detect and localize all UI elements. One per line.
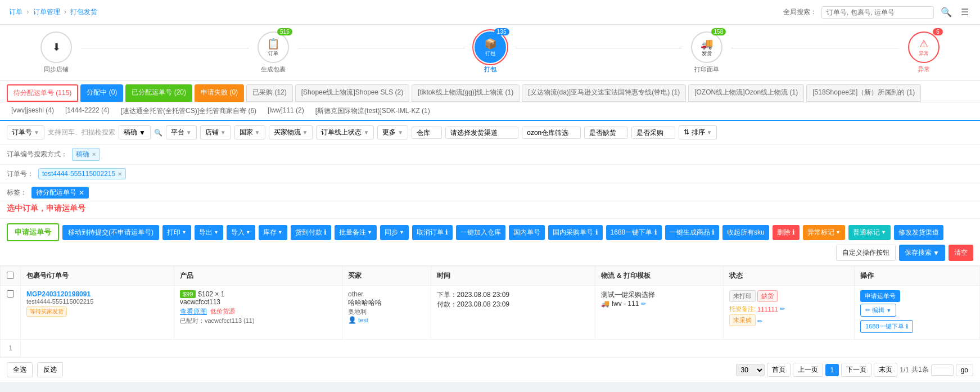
filter-store[interactable]: 店铺 ▼ xyxy=(200,125,231,139)
search-button[interactable]: 🔍 xyxy=(938,4,954,20)
row-operation-cell: 申请运单号 ✏ 编辑 ▼ 1688一键下单 ℹ xyxy=(855,286,980,340)
tab-distributed[interactable]: 已分配运单号 (20) xyxy=(125,84,192,102)
collect-sku-btn[interactable]: 收起所有sku xyxy=(722,225,769,240)
product-view-link[interactable]: 查看原图 xyxy=(180,307,207,317)
exception-mark-btn[interactable]: 异常标记 ▼ xyxy=(803,225,845,240)
exception-badge: 6 xyxy=(933,28,943,35)
last-page-btn[interactable]: 末页 xyxy=(874,363,897,377)
tab2-sdk[interactable]: [斯德克国际物流(test)]SDK-IML-KZ (1) xyxy=(311,105,435,118)
tab2-1444[interactable]: [1444-2222 (4) xyxy=(61,105,114,118)
buyer-account-name: test xyxy=(358,317,368,323)
inventory-btn[interactable]: 库存 ▼ xyxy=(259,225,287,240)
filter-warehouse[interactable]: 仓库 xyxy=(412,127,442,139)
prev-page-btn[interactable]: 上一页 xyxy=(793,363,823,377)
tab-518[interactable]: [518Shopee渠]（新）所属到的 (1) xyxy=(806,84,921,102)
tab-ozon[interactable]: [OZON线上物流]Ozon线上物流 (1) xyxy=(688,84,804,102)
pay-time: 付款：2023.08.08 23:09 xyxy=(437,300,590,309)
condition-accuracy-close[interactable]: ✕ xyxy=(92,151,96,157)
filter-ozon[interactable]: ozon仓库筛选 xyxy=(522,127,581,139)
breadcrumb-order[interactable]: 订单 xyxy=(9,8,22,16)
tab-distributing[interactable]: 分配中 (0) xyxy=(80,84,123,102)
op-edit-btn[interactable]: ✏ 编辑 ▼ xyxy=(860,304,896,317)
domestic-purchase-btn[interactable]: 国内采购单号 ℹ xyxy=(548,225,602,240)
page-go-btn[interactable]: go xyxy=(956,364,973,376)
search-icon-small[interactable]: 🔍 xyxy=(154,129,162,137)
logistics-edit-icon[interactable]: ✏ xyxy=(641,300,646,308)
save-search-btn[interactable]: 保存搜索 ▼ xyxy=(899,245,945,261)
sync-icon: ⬇ xyxy=(52,41,61,53)
select-all-checkbox[interactable] xyxy=(7,272,14,279)
step-order[interactable]: 516 📋 订单 生成包裹 xyxy=(251,31,296,74)
generate-product-btn[interactable]: 一键生成商品 ℹ xyxy=(665,225,719,240)
custom-ops-btn[interactable]: 自定义操作按钮 xyxy=(836,245,896,261)
current-page-btn[interactable]: 1 xyxy=(825,364,839,376)
clear-btn[interactable]: 清空 xyxy=(949,245,973,261)
order-no-close[interactable]: ✕ xyxy=(118,171,122,177)
filter-platform[interactable]: 平台 ▼ xyxy=(166,125,197,139)
tab-shopee-sls[interactable]: [Shopee线上物流]Shopee SLS (2) xyxy=(295,84,409,102)
select-all-btn[interactable]: 全选 xyxy=(7,362,33,377)
filter-buyer-logistics[interactable]: 买家物流 ▼ xyxy=(269,125,313,139)
deselect-btn[interactable]: 反选 xyxy=(37,362,63,377)
domestic-btn[interactable]: 国内单号 xyxy=(509,225,545,240)
accuracy-btn[interactable]: 稿确 ▼ xyxy=(119,125,151,139)
product-low-link[interactable]: 低价货源 xyxy=(210,307,235,317)
print-btn[interactable]: 打印 ▼ xyxy=(162,225,191,240)
modify-channel-btn[interactable]: 修改发货渠道 xyxy=(894,225,943,240)
step-ship-sublabel: 发货 xyxy=(702,50,712,57)
menu-button[interactable]: ☰ xyxy=(959,4,971,20)
filter-country[interactable]: 国家 ▼ xyxy=(234,125,265,139)
step-sync[interactable]: ⬇ 同步店铺 xyxy=(34,31,79,74)
batch-note-btn[interactable]: 批量备注 ▼ xyxy=(335,225,377,240)
note-value: 111111 xyxy=(757,306,778,313)
filter-purchase[interactable]: 是否采购 xyxy=(631,127,675,139)
note-edit-icon[interactable]: ✏ xyxy=(780,305,785,313)
tab-failed[interactable]: 申请失败 (0) xyxy=(195,84,244,102)
normal-mark-btn[interactable]: 普通标记 ▼ xyxy=(848,225,891,240)
step-ship[interactable]: 158 🚚 发货 打印面单 xyxy=(684,31,729,74)
step-exception[interactable]: 6 ⚠ 异常 异常 xyxy=(901,31,946,74)
tab2-lww[interactable]: [lww]111 (2) xyxy=(263,105,309,118)
next-page-btn[interactable]: 下一页 xyxy=(841,363,871,377)
condition-accuracy-tag[interactable]: 稿确 ✕ xyxy=(72,148,100,161)
cod-btn[interactable]: 货到付款 ℹ xyxy=(291,225,331,240)
step-order-sublabel: 订单 xyxy=(268,50,278,57)
step-pack[interactable]: 135 📦 打包 打包 xyxy=(468,31,513,74)
tag-close[interactable]: ✕ xyxy=(79,189,84,197)
filter-shortage[interactable]: 是否缺货 xyxy=(584,127,628,139)
sort-btn[interactable]: ⇅ 排序 ▼ xyxy=(679,125,717,139)
sync-btn[interactable]: 同步 ▼ xyxy=(380,225,409,240)
first-page-btn[interactable]: 首页 xyxy=(767,363,791,377)
tab2-jseshi[interactable]: [vwv]jseshi (4) xyxy=(7,105,58,118)
move-submit-btn[interactable]: 移动到待提交(不申请运单号) xyxy=(62,225,159,240)
col-checkbox xyxy=(1,267,21,286)
apply-tracking-btn[interactable]: 申请运单号 xyxy=(7,223,59,241)
scan-search-label: 支持回车、扫描枪搜索 xyxy=(48,128,115,137)
tab-yida[interactable]: [义达物流(da)]亚马逊义速宝法国特惠专线(带电) (1) xyxy=(522,84,686,102)
page-size-select[interactable]: 30 50 100 xyxy=(736,364,765,376)
top-nav: 订单 › 订单管理 › 打包发货 全局搜索： 🔍 ☰ xyxy=(0,0,980,25)
tab-purchased[interactable]: 已采购 (12) xyxy=(246,84,293,102)
op-apply-btn[interactable]: 申请运单号 xyxy=(860,290,900,302)
col-logistics: 物流 & 打印模板 xyxy=(595,267,724,286)
row-checkbox[interactable] xyxy=(7,290,14,298)
filter-more[interactable]: 更多 ▼ xyxy=(377,125,408,139)
add-warehouse-btn[interactable]: 一键加入仓库 xyxy=(456,225,505,240)
filter-ship-channel[interactable]: 请选择发货渠道 xyxy=(445,127,518,139)
page-jump-input[interactable] xyxy=(931,364,954,376)
breadcrumb-manage[interactable]: 订单管理 xyxy=(33,8,60,16)
tab-tiktok[interactable]: [tiktok线上物流(gg)]线上物流 (1) xyxy=(412,84,520,102)
1688-order-btn[interactable]: 1688一键下单 ℹ xyxy=(606,225,662,240)
import-btn[interactable]: 导入 ▼ xyxy=(227,225,255,240)
step-bar: ⬇ 同步店铺 516 📋 订单 生成包裹 135 📦 打包 打包 xyxy=(0,25,980,81)
tab-pending[interactable]: 待分配运单号 (115) xyxy=(7,84,78,102)
filter-order-status[interactable]: 订单线上状态 ▼ xyxy=(316,125,374,139)
cancel-order-btn[interactable]: 取消订单 ℹ xyxy=(412,225,453,240)
op-1688-btn[interactable]: 1688一键下单 ℹ xyxy=(860,320,913,333)
filter-order-no[interactable]: 订单号 ▼ xyxy=(7,125,44,139)
tab2-suida[interactable]: [速达通全托管(全托管CS)]全托管商家自寄 (6) xyxy=(116,105,261,118)
export-btn[interactable]: 导出 ▼ xyxy=(195,225,223,240)
global-search-input[interactable] xyxy=(821,6,934,19)
purchase-edit-icon[interactable]: ✏ xyxy=(757,318,762,325)
delete-btn[interactable]: 删除 ℹ xyxy=(773,225,800,240)
